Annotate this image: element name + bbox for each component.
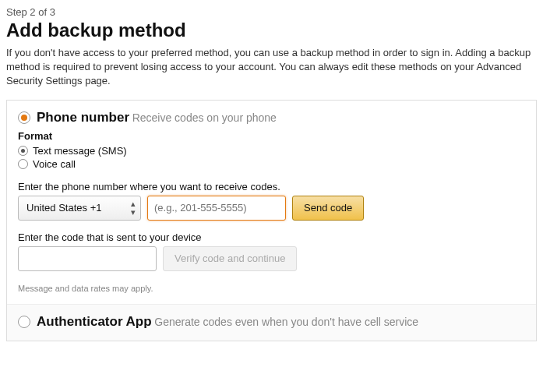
step-indicator: Step 2 of 3 <box>6 6 537 18</box>
verify-button: Verify code and continue <box>163 246 297 271</box>
code-input[interactable] <box>18 246 157 271</box>
chevron-updown-icon: ▴▾ <box>131 200 136 217</box>
enter-code-label: Enter the code that is sent to your devi… <box>18 231 525 243</box>
fineprint: Message and data rates may apply. <box>18 284 525 293</box>
option-auth-app-title: Authenticator App <box>37 314 152 329</box>
options-panel: Phone number Receive codes on your phone… <box>6 100 537 341</box>
intro-text: If you don't have access to your preferr… <box>6 46 537 89</box>
option-phone-header[interactable]: Phone number Receive codes on your phone <box>18 110 525 125</box>
option-auth-app[interactable]: Authenticator App Generate codes even wh… <box>7 305 536 341</box>
format-sms-label: Text message (SMS) <box>33 145 127 157</box>
country-select-value: United States +1 <box>26 202 101 214</box>
radio-phone[interactable] <box>18 111 30 124</box>
option-auth-app-header[interactable]: Authenticator App Generate codes even wh… <box>18 314 525 330</box>
enter-phone-label: Enter the phone number where you want to… <box>18 181 525 192</box>
format-voice-label: Voice call <box>33 158 76 170</box>
option-phone-title: Phone number <box>37 110 129 125</box>
format-voice-row[interactable]: Voice call <box>18 158 525 170</box>
option-phone-subtitle: Receive codes on your phone <box>132 111 277 124</box>
format-label: Format <box>18 130 525 142</box>
radio-format-sms[interactable] <box>18 146 28 156</box>
radio-format-voice[interactable] <box>18 159 28 169</box>
format-sms-row[interactable]: Text message (SMS) <box>18 145 525 157</box>
phone-input[interactable] <box>147 196 286 221</box>
option-phone: Phone number Receive codes on your phone… <box>7 101 536 305</box>
country-select[interactable]: United States +1 ▴▾ <box>18 196 141 221</box>
send-code-button[interactable]: Send code <box>292 196 364 221</box>
option-auth-app-subtitle: Generate codes even when you don't have … <box>154 316 418 328</box>
page-title: Add backup method <box>6 19 537 41</box>
radio-auth-app[interactable] <box>18 316 30 328</box>
